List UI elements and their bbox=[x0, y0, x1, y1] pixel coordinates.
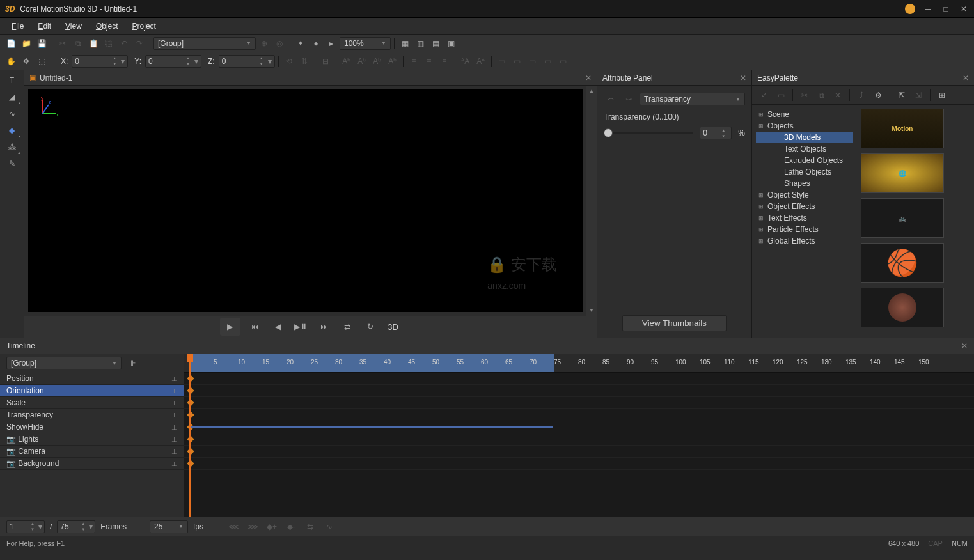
text3-icon[interactable]: Aᵇ bbox=[370, 54, 384, 68]
timeline-row[interactable] bbox=[184, 421, 974, 433]
render4-icon[interactable]: ▭ bbox=[541, 54, 555, 68]
timeline-config-icon[interactable]: ⊪ bbox=[125, 356, 139, 370]
render3-icon[interactable]: ▭ bbox=[526, 54, 540, 68]
tree-item[interactable]: ⊞Global Effects bbox=[756, 235, 853, 247]
refresh-button[interactable]: ↻ bbox=[362, 318, 379, 335]
ep-grid-icon[interactable]: ⊞ bbox=[935, 88, 949, 102]
thumb-item[interactable]: Motion bbox=[861, 109, 944, 148]
timeline-close-icon[interactable]: ✕ bbox=[961, 341, 968, 350]
path-tool-icon[interactable]: ∿ bbox=[3, 106, 21, 121]
playhead[interactable] bbox=[189, 354, 191, 517]
ep-check-icon[interactable]: ✓ bbox=[757, 88, 771, 102]
3d-mode-button[interactable]: 3D bbox=[385, 318, 402, 335]
tree-item[interactable]: ⋯Extruded Objects bbox=[756, 155, 853, 166]
select-icon[interactable]: ⬚ bbox=[35, 54, 49, 68]
wand-icon[interactable]: ✦ bbox=[294, 36, 308, 51]
text4-icon[interactable]: Aᵇ bbox=[386, 54, 400, 68]
tree-item[interactable]: ⊞Object Effects bbox=[756, 201, 853, 212]
easy-palette-close-icon[interactable]: ✕ bbox=[962, 74, 969, 82]
timeline-track[interactable]: Orientation⊥ bbox=[0, 385, 184, 397]
next-frame-button[interactable]: ▶⏸ bbox=[293, 318, 310, 335]
y-input[interactable]: ▲▼▾ bbox=[145, 55, 201, 68]
loop-button[interactable]: ⇄ bbox=[339, 318, 356, 335]
timeline-track[interactable]: Scale⊥ bbox=[0, 397, 184, 409]
tree-item[interactable]: ⋯3D Models bbox=[756, 132, 853, 143]
render5-icon[interactable]: ▭ bbox=[556, 54, 570, 68]
z-input[interactable]: ▲▼▾ bbox=[219, 55, 275, 68]
timeline-track[interactable]: Transparency⊥ bbox=[0, 409, 184, 421]
text-tool-icon[interactable]: T bbox=[3, 73, 21, 88]
transparency-input[interactable]: ▲▼ bbox=[700, 127, 732, 139]
menu-project[interactable]: Project bbox=[126, 19, 162, 33]
thumb-item[interactable]: 🏀 bbox=[861, 243, 944, 283]
timeline-row[interactable] bbox=[184, 373, 974, 385]
menu-object[interactable]: Object bbox=[90, 19, 125, 33]
tree-item[interactable]: ⊞Object Style bbox=[756, 189, 853, 201]
timeline-row[interactable] bbox=[184, 409, 974, 421]
thumb-item[interactable]: 🚲 bbox=[861, 198, 944, 238]
layout2-icon[interactable]: ▥ bbox=[413, 36, 427, 51]
kf-next-icon[interactable]: ⋙ bbox=[246, 520, 260, 534]
duplicate-icon[interactable]: ⿻ bbox=[102, 36, 116, 51]
object-tool-icon[interactable]: ◆ bbox=[3, 123, 21, 138]
menu-view[interactable]: View bbox=[59, 19, 88, 33]
attribute-panel-close-icon[interactable]: ✕ bbox=[740, 74, 746, 82]
ep-add-icon[interactable]: ▭ bbox=[774, 88, 788, 102]
ep-export-icon[interactable]: ⇲ bbox=[911, 88, 925, 102]
tree-item[interactable]: ⋯Text Objects bbox=[756, 143, 853, 155]
zoom-dropdown[interactable]: 100%▼ bbox=[340, 37, 391, 50]
attr-prev-icon[interactable]: ⤺ bbox=[604, 92, 618, 106]
attribute-dropdown[interactable]: Transparency▼ bbox=[640, 93, 745, 105]
close-button[interactable]: ✕ bbox=[959, 4, 969, 14]
kf-curve-icon[interactable]: ∿ bbox=[322, 520, 336, 534]
timeline-row[interactable] bbox=[184, 433, 974, 446]
prev-frame-button[interactable]: ◀ bbox=[270, 318, 287, 335]
tree-item[interactable]: ⊞Scene bbox=[756, 109, 853, 120]
layout4-icon[interactable]: ▣ bbox=[444, 36, 458, 51]
timeline-track[interactable]: Position⊥ bbox=[0, 373, 184, 385]
move-icon[interactable]: ✥ bbox=[19, 54, 33, 68]
text2-icon[interactable]: Aᵇ bbox=[355, 54, 369, 68]
x-input[interactable]: ▲▼▾ bbox=[72, 55, 128, 68]
open-icon[interactable]: 📁 bbox=[19, 36, 33, 51]
viewport-scroll[interactable]: ▲ ▼ bbox=[586, 86, 597, 316]
menu-edit[interactable]: Edit bbox=[31, 19, 58, 33]
rotate-icon[interactable]: ⟲ bbox=[282, 54, 296, 68]
timeline-row[interactable] bbox=[184, 397, 974, 409]
shape-tool-icon[interactable]: ◢ bbox=[3, 89, 21, 105]
flip-icon[interactable]: ⇅ bbox=[297, 54, 311, 68]
render1-icon[interactable]: ▭ bbox=[495, 54, 509, 68]
viewport-3d[interactable]: y x z 🔒 安下载anxz.com bbox=[28, 89, 583, 312]
kf-prev-icon[interactable]: ⋘ bbox=[226, 520, 240, 534]
ep-cut-icon[interactable]: ✂ bbox=[797, 88, 812, 102]
hand-icon[interactable]: ✋ bbox=[4, 54, 18, 68]
target-icon[interactable]: ◎ bbox=[272, 36, 287, 51]
edit-tool-icon[interactable]: ✎ bbox=[3, 156, 21, 171]
fps-dropdown[interactable]: 25▼ bbox=[150, 520, 188, 533]
kf-del-icon[interactable]: ◆- bbox=[284, 520, 298, 534]
timeline-row[interactable] bbox=[184, 446, 974, 458]
tree-item[interactable]: ⊞Text Effects bbox=[756, 212, 853, 224]
menu-file[interactable]: File bbox=[5, 19, 30, 33]
particle-tool-icon[interactable]: ⁂ bbox=[3, 139, 21, 155]
tree-item[interactable]: ⊞Particle Effects bbox=[756, 224, 853, 235]
tree-item[interactable]: ⊞Objects bbox=[756, 120, 853, 132]
ep-nav-icon[interactable]: ⤴ bbox=[854, 88, 868, 102]
first-frame-button[interactable]: ⏮ bbox=[247, 318, 263, 335]
kf-reverse-icon[interactable]: ⇆ bbox=[303, 520, 317, 534]
alignc-icon[interactable]: ≡ bbox=[422, 54, 436, 68]
redo-icon[interactable]: ↷ bbox=[132, 36, 146, 51]
copy-icon[interactable]: ⧉ bbox=[71, 36, 85, 51]
align-icon[interactable]: ⊟ bbox=[318, 54, 333, 68]
timeline-track[interactable]: Show/Hide⊥ bbox=[0, 421, 184, 433]
minimize-button[interactable]: ─ bbox=[923, 4, 933, 14]
brush-icon[interactable]: ● bbox=[309, 36, 323, 51]
size-icon[interactable]: ᴬA bbox=[459, 54, 473, 68]
timeline-track[interactable]: 📷 Camera⊥ bbox=[0, 446, 184, 458]
size2-icon[interactable]: Aᴬ bbox=[474, 54, 488, 68]
layout3-icon[interactable]: ▤ bbox=[428, 36, 443, 51]
paste-icon[interactable]: 📋 bbox=[86, 36, 100, 51]
thumb-item[interactable] bbox=[861, 288, 944, 327]
render2-icon[interactable]: ▭ bbox=[510, 54, 524, 68]
new-icon[interactable]: 📄 bbox=[4, 36, 18, 51]
